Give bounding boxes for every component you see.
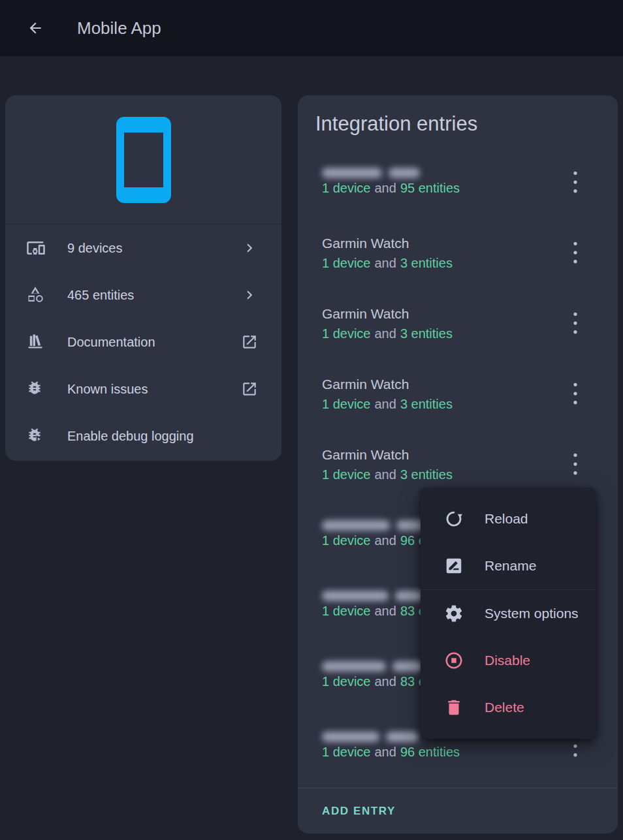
back-button[interactable] [22,15,48,41]
menu-item-label: System options [485,606,579,621]
redacted-text-blob [386,732,419,742]
debug-logging-row[interactable]: Enable debug logging [5,412,281,459]
arrow-left-icon [27,20,44,37]
entry-menu-button[interactable] [560,307,591,339]
library-icon [26,332,46,352]
entry-devices-link[interactable]: 1 device [322,397,371,411]
entry-menu-button[interactable] [560,448,591,480]
entry-and-text: and [375,533,396,548]
menu-item-disable[interactable]: Disable [421,637,596,684]
cellphone-icon [97,113,191,207]
gear-icon [444,604,464,623]
entry-devices-link[interactable]: 1 device [322,533,371,548]
entry-devices-link[interactable]: 1 device [322,674,371,689]
known-issues-row-label: Known issues [67,382,148,397]
menu-item-rename[interactable]: Rename [421,542,596,589]
entry-menu-button[interactable] [560,378,591,409]
redacted-text-blob [322,168,382,178]
entities-row-label: 465 entities [67,288,134,303]
integration-info-card: 9 devices 465 entities Documentation [5,95,281,461]
redacted-text-blob [322,591,389,601]
bug-play-icon [26,426,46,446]
open-in-new-icon [241,334,258,350]
entry-and-text: and [375,674,396,689]
debug-logging-row-label: Enable debug logging [67,429,194,444]
entry-devices-link[interactable]: 1 device [322,256,371,270]
integration-entry[interactable]: Garmin Watch 1 deviceand3 entities [298,288,618,359]
shapes-icon [26,285,46,305]
redacted-text-blob [389,168,420,178]
menu-item-label: Delete [485,700,524,715]
entry-and-text: and [375,467,396,482]
entry-and-text: and [375,604,396,618]
entry-entities-link[interactable]: 95 entities [400,181,460,195]
app-header: Mobile App [0,0,623,56]
devices-row[interactable]: 9 devices [5,225,281,272]
entry-and-text: and [375,326,396,341]
entry-devices-link[interactable]: 1 device [322,604,371,618]
menu-item-label: Reload [485,511,528,527]
entry-devices-link[interactable]: 1 device [322,467,371,482]
open-in-new-icon [241,381,258,397]
entry-entities-link[interactable]: 3 entities [400,467,453,482]
page-title: Mobile App [77,18,161,39]
menu-item-delete[interactable]: Delete [421,684,596,731]
kebab-menu-icon [562,309,589,337]
menu-item-reload[interactable]: Reload [421,495,596,542]
add-entry-button[interactable]: ADD ENTRY [322,805,396,818]
entry-entities-link[interactable]: 3 entities [400,397,453,411]
chevron-right-icon [241,240,258,257]
known-issues-row[interactable]: Known issues [5,366,281,412]
redacted-text-blob [392,661,424,672]
integration-entry[interactable]: Garmin Watch 1 deviceand3 entities [298,218,618,288]
entry-devices-link[interactable]: 1 device [322,326,371,341]
entry-entities-link[interactable]: 96 entities [400,745,460,759]
entries-card-footer: ADD ENTRY [298,788,618,834]
bug-icon [26,379,46,399]
integration-entry[interactable]: 1 deviceand95 entities [298,148,618,218]
entry-and-text: and [375,397,396,411]
devices-icon [26,238,46,258]
entry-and-text: and [375,745,396,759]
entry-entities-link[interactable]: 3 entities [400,256,453,270]
kebab-menu-icon [562,168,589,196]
devices-row-label: 9 devices [67,241,123,256]
entry-devices-link[interactable]: 1 device [322,745,371,759]
entities-row[interactable]: 465 entities [5,272,281,319]
redacted-text-blob [322,661,386,672]
documentation-row-label: Documentation [67,335,155,350]
trash-icon [444,698,464,717]
rename-box-icon [444,556,464,576]
reload-icon [444,509,464,529]
menu-item-system-options[interactable]: System options [421,590,596,637]
entry-menu-button[interactable] [560,166,591,198]
entry-menu-button[interactable] [560,237,591,268]
integration-logo [5,95,281,224]
kebab-menu-icon [562,450,589,478]
entry-and-text: and [375,181,396,195]
documentation-row[interactable]: Documentation [5,319,281,366]
entry-and-text: and [375,256,396,270]
menu-item-label: Disable [485,653,530,668]
entry-entities-link[interactable]: 3 entities [400,326,453,341]
kebab-menu-icon [562,380,589,407]
redacted-text-blob [322,732,379,742]
stop-circle-icon [444,651,464,670]
entry-context-menu: Reload Rename System options Disable [421,488,596,739]
kebab-menu-icon [562,239,589,266]
redacted-text-blob [322,520,390,531]
chevron-right-icon [241,287,258,303]
entries-card-title: Integration entries [315,111,618,137]
integration-entry[interactable]: Garmin Watch 1 deviceand3 entities [298,359,618,429]
main-content: 9 devices 465 entities Documentation [0,56,623,840]
entry-devices-link[interactable]: 1 device [322,181,371,195]
menu-item-label: Rename [485,558,536,574]
